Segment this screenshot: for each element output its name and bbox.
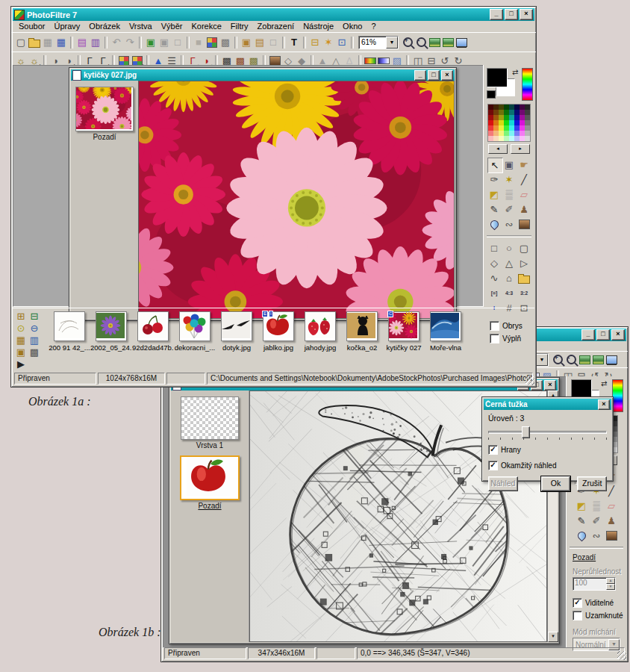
- palette-color[interactable]: [488, 131, 493, 136]
- ellipse-shape[interactable]: ○: [502, 241, 517, 255]
- browser-icon[interactable]: ⊡: [335, 36, 349, 49]
- palette-color[interactable]: [520, 136, 525, 141]
- text-icon[interactable]: T: [287, 36, 301, 49]
- thumbnail-flowers[interactable]: C: [388, 311, 420, 341]
- photomasque-icon[interactable]: ✶: [322, 36, 335, 49]
- swap-colors-icon[interactable]: ⇄: [601, 379, 607, 388]
- explorer-thumbnail-item[interactable]: Ckytičky 027: [383, 310, 425, 352]
- blur-tool[interactable]: [575, 529, 589, 543]
- menu-obrzek[interactable]: Obrázek: [84, 21, 125, 32]
- strip-view-icon[interactable]: ▦: [14, 334, 28, 346]
- strip-refresh-icon[interactable]: ⊖: [28, 322, 41, 334]
- paste-icon[interactable]: ▤: [253, 36, 266, 49]
- chevron-down-icon[interactable]: ▼: [386, 37, 398, 49]
- menu-zobrazen[interactable]: Zobrazení: [253, 21, 299, 32]
- minimize-button[interactable]: _: [414, 70, 426, 81]
- palette-color[interactable]: [504, 131, 509, 136]
- zoom-in-icon[interactable]: [551, 353, 564, 367]
- explorer-thumbnail-item[interactable]: kočka_o2: [341, 310, 383, 352]
- menu-okno[interactable]: Okno: [338, 21, 367, 32]
- palette-color[interactable]: [499, 115, 504, 120]
- zoom-out-icon[interactable]: [414, 36, 428, 49]
- auto-fit-icon[interactable]: [441, 36, 455, 49]
- palette-color[interactable]: [525, 110, 530, 115]
- maximize-button[interactable]: □: [428, 70, 440, 81]
- triangle-shape[interactable]: △: [502, 256, 517, 270]
- palette-color[interactable]: [493, 136, 499, 141]
- palette-color[interactable]: [493, 125, 499, 131]
- plugin-icon[interactable]: ▩: [219, 36, 232, 49]
- palette-color[interactable]: [514, 110, 520, 115]
- save-as-icon[interactable]: ▦: [54, 36, 68, 49]
- thumbnail-strawberries[interactable]: [305, 311, 336, 341]
- thumbnail-balloons[interactable]: [179, 311, 210, 341]
- explorer-thumbnail-item[interactable]: 2002_05_24...: [90, 310, 132, 352]
- explorer-thumbnail-item[interactable]: EIjablko.jpg: [258, 310, 299, 352]
- ratio-3-2[interactable]: 3:2: [517, 286, 531, 300]
- layer-move-tool[interactable]: ▣: [502, 158, 517, 172]
- palette-color[interactable]: [499, 131, 504, 136]
- retouch-tool[interactable]: [517, 217, 531, 231]
- layer-thumbnail-pozadi[interactable]: [180, 455, 240, 500]
- strip-options-icon[interactable]: ▣: [14, 346, 28, 358]
- pencil-tool[interactable]: ✎: [487, 202, 502, 217]
- strip-slideshow-icon[interactable]: ▥: [28, 334, 41, 346]
- menu-filtry[interactable]: Filtry: [226, 21, 253, 32]
- scroll-down-icon[interactable]: ▼: [548, 632, 558, 642]
- hand-tool[interactable]: ☛: [517, 158, 531, 172]
- palette-color[interactable]: [520, 110, 525, 115]
- lasso-shape[interactable]: ∿: [487, 271, 502, 285]
- visible-checkbox-row[interactable]: ✓ Viditelné: [573, 598, 626, 608]
- flower-window-titlebar[interactable]: kytičky 027.jpg _ □ ×: [71, 69, 455, 81]
- palette-color[interactable]: [509, 125, 514, 131]
- explorer-icon[interactable]: ⊟: [308, 36, 322, 49]
- color-mosaic-icon[interactable]: [205, 36, 219, 49]
- brush-tool[interactable]: ✐: [502, 202, 517, 217]
- canvas-size-icon[interactable]: ▣: [158, 36, 171, 49]
- palette-next-icon[interactable]: ▸: [511, 144, 530, 154]
- palette-color[interactable]: [499, 120, 504, 125]
- fit-image-icon[interactable]: [578, 353, 591, 367]
- palette-color[interactable]: [525, 131, 530, 136]
- menu-pravy[interactable]: Úpravy: [49, 21, 84, 32]
- explorer-thumbnail-item[interactable]: 200 91 42_...: [49, 310, 90, 352]
- explorer-thumbnail-item[interactable]: Moře-vlna: [425, 310, 467, 352]
- palette-color[interactable]: [504, 105, 509, 110]
- explorer-thumbnail-item[interactable]: 92d2dad47b...: [132, 310, 174, 352]
- palette-color[interactable]: [493, 110, 499, 115]
- smudge-tool[interactable]: ∾: [502, 217, 517, 231]
- palette-color[interactable]: [520, 125, 525, 131]
- selection-tool[interactable]: ↖: [487, 158, 503, 173]
- print-icon[interactable]: ▤: [75, 36, 89, 49]
- clone-tool[interactable]: ♟: [517, 202, 531, 217]
- active-layer-link[interactable]: Pozadí: [573, 553, 626, 561]
- undo-icon[interactable]: ↶: [110, 36, 123, 49]
- instant-preview-checkbox[interactable]: ✓: [488, 461, 498, 470]
- manual-coords[interactable]: [=]: [487, 286, 502, 300]
- palette-color[interactable]: [514, 105, 520, 110]
- palette-color[interactable]: [525, 120, 530, 125]
- palette-color[interactable]: [525, 115, 530, 120]
- maximize-button[interactable]: □: [596, 329, 610, 340]
- fullscreen-icon[interactable]: [455, 36, 468, 49]
- eraser-tool[interactable]: ▱: [517, 187, 531, 202]
- pencil-tool[interactable]: ✎: [575, 514, 589, 528]
- slider-track[interactable]: [488, 431, 607, 434]
- resize-grip[interactable]: [617, 651, 626, 660]
- locked-checkbox-row[interactable]: Uzamknuté: [573, 611, 626, 620]
- save-icon[interactable]: ▦: [41, 36, 54, 49]
- palette-color[interactable]: [509, 110, 514, 115]
- palette-color[interactable]: [493, 105, 499, 110]
- edges-checkbox-row[interactable]: ✓ Hrany: [488, 445, 607, 455]
- palette-color[interactable]: [504, 110, 509, 115]
- palette-prev-icon[interactable]: ◂: [488, 144, 508, 154]
- opacity-spinner[interactable]: 100 ▲▼: [573, 577, 616, 591]
- copy-icon[interactable]: ▣: [240, 36, 253, 49]
- open-folder-icon[interactable]: [28, 36, 41, 49]
- instant-preview-checkbox-row[interactable]: ✓ Okamžitý náhled: [488, 461, 607, 470]
- zoom-in-icon[interactable]: [401, 36, 414, 49]
- menu-soubor[interactable]: Soubor: [14, 21, 49, 32]
- foreground-color-swatch[interactable]: [487, 68, 508, 87]
- brush-tool[interactable]: ✐: [590, 514, 604, 528]
- flower-photo-canvas[interactable]: [138, 81, 455, 319]
